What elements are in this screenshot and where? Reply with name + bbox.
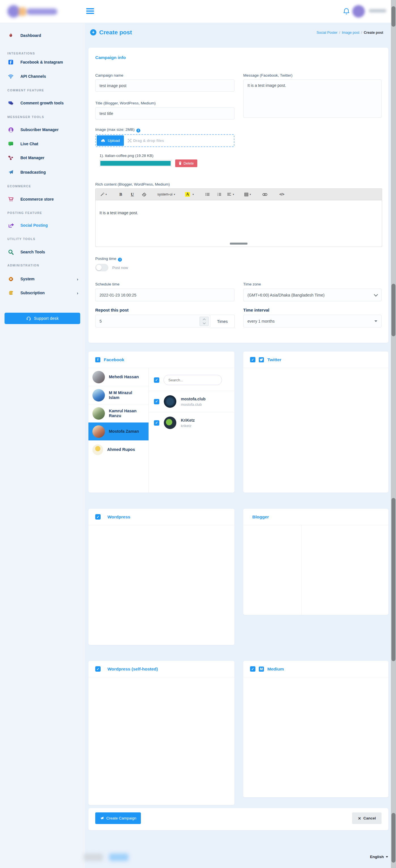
- chevron-right-icon: ›: [77, 290, 78, 296]
- message-textarea[interactable]: It is a test image post.: [243, 80, 382, 118]
- breadcrumb-social-poster[interactable]: Social Poster: [317, 31, 338, 35]
- uploaded-file-name: 1). italian-coffee.png (19.28 KB): [99, 154, 153, 158]
- schedule-time-input[interactable]: [95, 288, 234, 301]
- avatar: [164, 416, 176, 429]
- page-checkbox[interactable]: ✓: [154, 420, 159, 426]
- sidebar-item-ecommerce-store[interactable]: Ecommerce store: [7, 195, 78, 204]
- facebook-profile-mehedi[interactable]: Mehedi Hassan: [89, 368, 148, 386]
- post-now-toggle[interactable]: [95, 264, 108, 271]
- medium-checkbox[interactable]: ✓: [250, 666, 255, 672]
- page-checkbox[interactable]: ✓: [154, 399, 159, 404]
- sidebar-item-subscription[interactable]: Subscription ›: [7, 288, 78, 297]
- sidebar-item-live-chat[interactable]: Live Chat: [7, 140, 78, 148]
- facebook-page-kriketz[interactable]: ✓ KriKetz kriketz: [149, 412, 234, 433]
- sidebar-item-comment-growth-tools[interactable]: Comment growth tools: [7, 99, 78, 107]
- avatar: [92, 371, 105, 383]
- time-interval-label: Time interval: [243, 308, 269, 312]
- create-campaign-button[interactable]: Create Campaign: [95, 812, 141, 824]
- gear-icon: [7, 276, 14, 282]
- flame-icon: [7, 32, 14, 39]
- magic-wand-icon: [100, 192, 104, 196]
- footer-link-blur[interactable]: [109, 854, 128, 861]
- scrollbar-thumb[interactable]: [392, 498, 395, 661]
- font-family-select[interactable]: system-ui▼: [156, 191, 176, 198]
- scrollbar-thumb[interactable]: [392, 284, 395, 336]
- underline-button[interactable]: U: [128, 191, 137, 198]
- facebook-profile-list: Mehedi Hassan M M Mirazul Islam Kamrul H…: [89, 368, 149, 493]
- action-bar-card: Create Campaign ✕ Cancel: [89, 808, 388, 830]
- sidebar-item-social-posting[interactable]: Social Posting: [7, 221, 78, 229]
- facebook-icon: [7, 59, 14, 66]
- wordpress-checkbox[interactable]: ✓: [95, 514, 101, 520]
- paragraph-align-button[interactable]: ▼: [226, 191, 236, 198]
- cancel-button[interactable]: ✕ Cancel: [352, 812, 382, 824]
- facebook-icon: f: [95, 357, 100, 362]
- font-color-button[interactable]: A▼: [184, 191, 195, 198]
- facebook-profile-kamrul[interactable]: Kamrul Hasan Ranzu: [89, 404, 148, 423]
- post-now-label: Post now: [112, 266, 128, 270]
- blogger-card-body: [243, 525, 388, 615]
- title-input[interactable]: [95, 107, 234, 120]
- editor-content[interactable]: It is a test image post.: [96, 200, 382, 247]
- editor-resize-grip[interactable]: [230, 243, 248, 245]
- app-logo[interactable]: [6, 3, 66, 20]
- campaign-name-input[interactable]: [95, 80, 234, 92]
- posting-time-label: Posting timei: [95, 256, 122, 261]
- code-view-button[interactable]: </>: [277, 191, 287, 198]
- table-button[interactable]: ▼: [243, 191, 253, 198]
- sidebar-item-search-tools[interactable]: Search Tools: [7, 248, 78, 256]
- scrollbar-thumb[interactable]: [392, 813, 395, 863]
- repost-count-stepper[interactable]: [200, 317, 209, 326]
- select-all-pages-checkbox[interactable]: ✓: [154, 377, 159, 383]
- time-interval-select[interactable]: every 1 months: [243, 315, 382, 328]
- pages-search-input[interactable]: [164, 375, 222, 385]
- coins-icon: [7, 289, 14, 296]
- notifications-bell-icon[interactable]: [343, 8, 350, 15]
- avatar: [92, 444, 103, 455]
- avatar: [164, 395, 176, 408]
- facebook-pages-panel: ✓ ✓ mostofa.club mostofa.club ✓ KriKetz: [149, 368, 234, 493]
- sidebar-item-bot-manager[interactable]: Bot Manager: [7, 154, 78, 162]
- wordpress-self-hosted-checkbox[interactable]: ✓: [95, 666, 101, 672]
- blogger-list-column: [243, 525, 302, 615]
- facebook-profile-ahmed[interactable]: Ahmed Rupos: [89, 441, 148, 459]
- sidebar-item-system[interactable]: System ›: [7, 275, 78, 283]
- eraser-button[interactable]: [139, 191, 149, 198]
- info-icon[interactable]: i: [118, 258, 122, 261]
- info-icon[interactable]: i: [136, 128, 140, 132]
- language-selector[interactable]: English: [366, 855, 388, 859]
- subscriber-icon: [7, 126, 14, 133]
- breadcrumb-image-post[interactable]: Image post: [342, 31, 359, 35]
- delete-file-button[interactable]: Delete: [175, 159, 197, 167]
- sidebar-item-broadcasting[interactable]: Broadcasting: [7, 168, 78, 177]
- twitter-checkbox[interactable]: ✓: [250, 357, 255, 362]
- sidebar-item-dashboard[interactable]: Dashboard: [7, 31, 78, 40]
- timezone-select[interactable]: (GMT+6:00) Asia/Dhaka (Bangladesh Time): [243, 288, 382, 301]
- facebook-profile-mirazul[interactable]: M M Mirazul Islam: [89, 386, 148, 404]
- bold-button[interactable]: B: [116, 191, 126, 198]
- page-scrollbar[interactable]: [391, 0, 396, 868]
- scrollbar-thumb[interactable]: [392, 6, 395, 27]
- plus-circle-icon: +: [90, 29, 96, 35]
- headset-icon: [26, 316, 31, 321]
- sidebar-section-administration: ADMINISTRATION: [7, 264, 39, 267]
- unordered-list-button[interactable]: [203, 191, 212, 198]
- close-icon: ✕: [358, 816, 361, 820]
- facebook-profile-mostofa-selected[interactable]: Mostofa Zaman: [89, 423, 148, 441]
- sidebar-item-facebook-instagram[interactable]: Facebook & Instagram: [7, 58, 78, 66]
- magic-style-button[interactable]: ▼: [99, 191, 108, 198]
- hamburger-menu-icon[interactable]: [86, 8, 94, 14]
- image-dropzone[interactable]: Upload Drag & drop files: [95, 134, 234, 147]
- twitter-card: ✓ Twitter: [243, 351, 388, 493]
- user-menu[interactable]: [352, 4, 386, 18]
- ordered-list-button[interactable]: [214, 191, 224, 198]
- upload-button[interactable]: Upload: [97, 135, 124, 146]
- sidebar-item-subscriber-manager[interactable]: Subscriber Manager: [7, 125, 78, 134]
- medium-card: ✓ M Medium: [243, 661, 388, 797]
- repost-count-input[interactable]: [95, 315, 210, 328]
- facebook-page-mostofa-club[interactable]: ✓ mostofa.club mostofa.club: [149, 391, 234, 412]
- sidebar-item-api-channels[interactable]: API Channels: [7, 72, 78, 81]
- support-desk-button[interactable]: Support desk: [4, 313, 80, 324]
- link-button[interactable]: [260, 191, 270, 198]
- comments-icon: [7, 100, 14, 106]
